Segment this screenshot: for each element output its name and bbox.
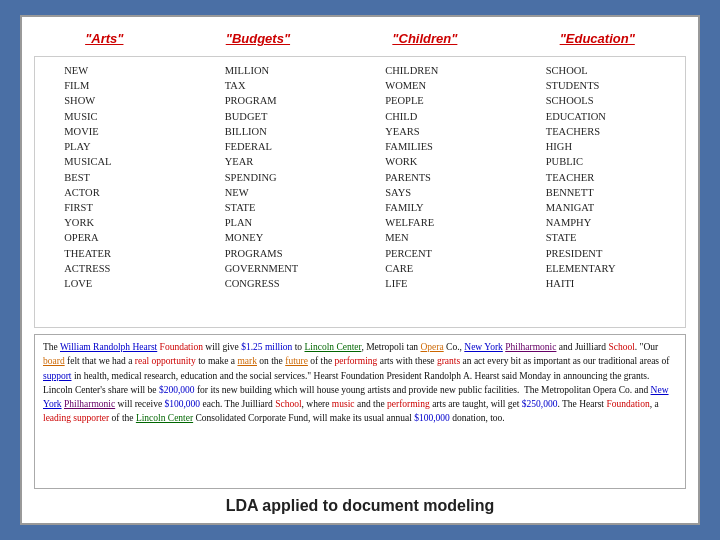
article-text: The William Randolph Hearst Foundation w… xyxy=(34,334,686,489)
topic-header-education: "Education" xyxy=(560,31,635,46)
word-columns-area: NEW FILM SHOW MUSIC MOVIE PLAY MUSICAL B… xyxy=(34,56,686,328)
topic-header-children: "Children" xyxy=(392,31,457,46)
slide-container: "Arts" "Budgets" "Children" "Education" … xyxy=(20,15,700,525)
word-column-education: SCHOOL STUDENTS SCHOOLS EDUCATION TEACHE… xyxy=(546,63,656,321)
topic-header-budgets: "Budgets" xyxy=(226,31,290,46)
word-column-children: CHILDREN WOMEN PEOPLE CHILD YEARS FAMILI… xyxy=(385,63,495,321)
word-column-budgets: MILLION TAX PROGRAM BUDGET BILLION FEDER… xyxy=(225,63,335,321)
slide-title: LDA applied to document modeling xyxy=(34,493,686,517)
topic-header-arts: "Arts" xyxy=(85,31,123,46)
word-column-arts: NEW FILM SHOW MUSIC MOVIE PLAY MUSICAL B… xyxy=(64,63,174,321)
topic-headers: "Arts" "Budgets" "Children" "Education" xyxy=(34,27,686,50)
